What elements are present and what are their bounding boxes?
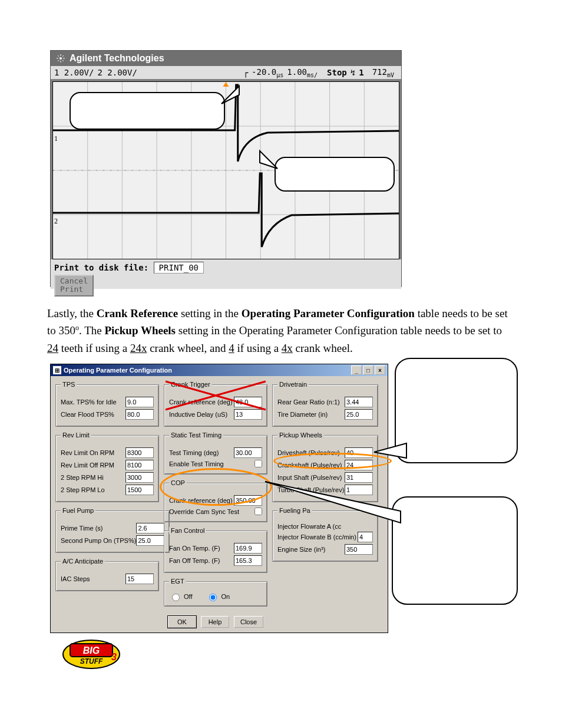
- legend-crank: Crank Trigger: [169, 381, 212, 388]
- p-u1: 24: [47, 342, 58, 354]
- legend-fueling: Fueling Pa: [277, 507, 312, 514]
- input-turbo-shaft[interactable]: [345, 485, 373, 495]
- ok-button[interactable]: OK: [168, 616, 196, 628]
- checkbox-enable-test[interactable]: [254, 460, 262, 467]
- bigstuff-logo: BIG STUFF 3: [62, 639, 515, 672]
- group-egt: EGT Off On: [164, 578, 267, 607]
- group-ac: A/C Anticipate IAC Steps: [55, 558, 159, 591]
- scope-bottom-bar: Print to disk file: PRINT_00 CancelPrint: [51, 259, 401, 289]
- label-iac: IAC Steps: [61, 575, 125, 582]
- input-clear-flood[interactable]: [125, 409, 154, 420]
- svg-text:BIG: BIG: [83, 645, 100, 655]
- input-fan-on[interactable]: [234, 543, 262, 554]
- callout-ch1: [70, 92, 225, 130]
- radio-egt-off-label[interactable]: Off: [169, 592, 192, 601]
- group-cop: COP Crank reference (deg) Override Cam S…: [164, 479, 267, 522]
- label-rev-off: Rev Limit Off RPM: [61, 462, 125, 469]
- input-2step-hi[interactable]: [125, 472, 154, 483]
- label-prime: Prime Time (s): [61, 525, 136, 532]
- p-t9: crank wheel.: [293, 342, 353, 354]
- legend-egt: EGT: [169, 578, 186, 585]
- label-second-pump: Second Pump On (TPS%): [61, 537, 136, 544]
- input-gear[interactable]: [345, 397, 373, 407]
- p-t7: crank wheel, and: [147, 342, 229, 354]
- group-drivetrain: Drivetrain Rear Gear Ratio (n:1) Tire Di…: [272, 381, 378, 427]
- label-gear: Rear Gear Ratio (n:1): [277, 398, 345, 406]
- scope-trig-level: 712: [372, 67, 387, 77]
- close-button-bottom[interactable]: Close: [234, 616, 263, 628]
- p-b1: Crank Reference: [97, 307, 178, 319]
- group-fuel-pump: Fuel Pump Prime Time (s) Second Pump On …: [55, 507, 170, 553]
- p-t1: Lastly, the: [47, 307, 97, 319]
- p-u2: 24x: [130, 342, 147, 354]
- input-rev-off[interactable]: [125, 460, 154, 470]
- input-iac[interactable]: [125, 574, 154, 584]
- p-b2: Operating Parameter Configuration: [242, 307, 415, 319]
- agilent-logo-icon: [55, 53, 66, 64]
- label-cop-ref: Crank reference (deg): [169, 497, 234, 504]
- label-fan-off: Fan Off Temp. (F): [169, 557, 234, 564]
- input-fan-off[interactable]: [234, 555, 262, 566]
- input-driveshaft[interactable]: [345, 447, 373, 458]
- input-max-tps-idle[interactable]: [125, 397, 154, 407]
- group-tps: TPS Max. TPS% for Idle Clear Flood TPS%: [55, 381, 159, 427]
- legend-fuelpump: Fuel Pump: [61, 507, 95, 514]
- input-engine-size[interactable]: [345, 544, 373, 555]
- group-static-timing: Static Test Timing Test Timing (deg) Ena…: [164, 431, 267, 475]
- scope-readout-bar: 1 2.00V/ 2 2.00V/ ┌ -20.0µs 1.00ms/ Stop…: [51, 66, 401, 80]
- print-to-disk-label: Print to disk file:: [54, 263, 148, 272]
- trig-edge-icon: ┌: [243, 68, 248, 77]
- input-tire[interactable]: [345, 409, 373, 420]
- checkbox-override-cam[interactable]: [254, 508, 262, 515]
- dialog-title: Operating Parameter Configuration: [64, 367, 172, 374]
- group-crank-trigger: Crank Trigger Crank reference (deg) Indu…: [164, 381, 267, 427]
- input-2step-lo[interactable]: [125, 485, 154, 495]
- input-input-shaft[interactable]: [345, 472, 373, 483]
- radio-egt-on-label[interactable]: On: [206, 592, 230, 601]
- input-rev-on[interactable]: [125, 447, 154, 458]
- radio-egt-off[interactable]: [172, 594, 180, 601]
- ch2-scale: 2 2.00V/: [97, 68, 137, 77]
- label-tire: Tire Diameter (in): [277, 411, 345, 418]
- label-inj-b: Injector Flowrate B (cc/min): [277, 533, 358, 541]
- svg-point-0: [59, 57, 62, 60]
- scope-delay: -20.0: [252, 67, 276, 77]
- oscilloscope-screenshot: Agilent Technologies 1 2.00V/ 2 2.00V/ ┌…: [50, 50, 401, 287]
- label-driveshaft: Driveshaft (Pulse/rev): [277, 449, 345, 456]
- maximize-button[interactable]: □: [363, 365, 373, 375]
- label-override-cam: Override Cam Sync Test: [169, 508, 254, 515]
- ch1-scale: 1 2.00V/: [54, 68, 94, 77]
- input-prime[interactable]: [136, 523, 164, 533]
- radio-egt-on-text: On: [221, 593, 230, 600]
- input-second-pump[interactable]: [136, 535, 164, 546]
- svg-text:3: 3: [111, 652, 117, 662]
- cancel-print-button[interactable]: CancelPrint: [54, 275, 94, 297]
- scope-timebase: 1.00: [287, 67, 307, 77]
- input-crank-ref[interactable]: [234, 397, 262, 407]
- minimize-button[interactable]: _: [351, 365, 362, 375]
- svg-line-7: [62, 55, 64, 57]
- close-button[interactable]: ×: [375, 365, 385, 375]
- input-inj-b[interactable]: [358, 532, 373, 542]
- group-rev-limit: Rev Limit Rev Limit On RPM Rev Limit Off…: [55, 431, 159, 502]
- label-fan-on: Fan On Temp. (F): [169, 545, 234, 552]
- input-test-timing[interactable]: [234, 447, 262, 458]
- radio-egt-on[interactable]: [209, 594, 217, 601]
- trig-slope-icon: ↯: [351, 68, 355, 77]
- group-pickup-wheels: Pickup Wheels Driveshaft (Pulse/rev) Cra…: [272, 431, 378, 502]
- input-crankshaft[interactable]: [345, 460, 373, 470]
- input-inductive-delay[interactable]: [234, 409, 262, 420]
- label-max-tps-idle: Max. TPS% for Idle: [61, 398, 125, 406]
- label-2step-hi: 2 Step RPM Hi: [61, 474, 125, 481]
- input-cop-ref[interactable]: [234, 495, 262, 506]
- p-t5: setting in the Operating Parameter Confi…: [176, 324, 502, 337]
- label-input-shaft: Input Shaft (Pulse/rev): [277, 474, 345, 481]
- legend-fan: Fan Control: [169, 527, 206, 534]
- print-filename: PRINT_00: [154, 262, 204, 274]
- scope-trig-ch: 1: [359, 68, 363, 77]
- svg-line-5: [58, 55, 59, 57]
- help-button[interactable]: Help: [201, 616, 229, 628]
- svg-text:1: 1: [54, 134, 58, 143]
- legend-rev: Rev Limit: [61, 431, 91, 439]
- label-rev-on: Rev Limit On RPM: [61, 449, 125, 456]
